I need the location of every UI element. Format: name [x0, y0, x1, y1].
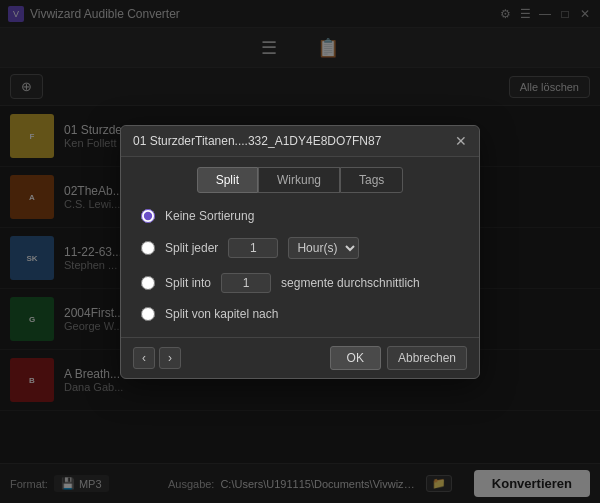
footer-actions: OK Abbrechen [330, 346, 467, 370]
split-each-input[interactable] [228, 238, 278, 258]
prev-button[interactable]: ‹ [133, 347, 155, 369]
split-modal: 01 SturzderTitanen....332_A1DY4E8DO7FN87… [120, 125, 480, 379]
tab-split[interactable]: Split [197, 167, 258, 193]
radio-row-split-each: Split jeder Hour(s) [141, 237, 459, 259]
modal-header: 01 SturzderTitanen....332_A1DY4E8DO7FN87… [121, 126, 479, 157]
radio-label-no-sort: Keine Sortierung [165, 209, 254, 223]
radio-row-no-sort: Keine Sortierung [141, 209, 459, 223]
modal-body: Keine Sortierung Split jeder Hour(s) Spl… [121, 193, 479, 337]
radio-split-chapter[interactable] [141, 307, 155, 321]
radio-row-split-chapter: Split von kapitel nach [141, 307, 459, 321]
modal-overlay: 01 SturzderTitanen....332_A1DY4E8DO7FN87… [0, 0, 600, 503]
radio-no-sort[interactable] [141, 209, 155, 223]
cancel-button[interactable]: Abbrechen [387, 346, 467, 370]
radio-split-into[interactable] [141, 276, 155, 290]
modal-tabs: Split Wirkung Tags [121, 157, 479, 193]
modal-footer: ‹ › OK Abbrechen [121, 337, 479, 378]
modal-title: 01 SturzderTitanen....332_A1DY4E8DO7FN87 [133, 134, 381, 148]
radio-split-each[interactable] [141, 241, 155, 255]
split-each-unit-select[interactable]: Hour(s) [288, 237, 359, 259]
radio-group: Keine Sortierung Split jeder Hour(s) Spl… [141, 209, 459, 321]
ok-button[interactable]: OK [330, 346, 381, 370]
tab-tags[interactable]: Tags [340, 167, 403, 193]
radio-label-split-each: Split jeder [165, 241, 218, 255]
nav-buttons: ‹ › [133, 347, 181, 369]
modal-close-button[interactable]: ✕ [455, 134, 467, 148]
split-into-input[interactable] [221, 273, 271, 293]
radio-label-split-chapter: Split von kapitel nach [165, 307, 278, 321]
tab-wirkung[interactable]: Wirkung [258, 167, 340, 193]
split-into-suffix: segmente durchschnittlich [281, 276, 420, 290]
radio-row-split-into: Split into segmente durchschnittlich [141, 273, 459, 293]
next-button[interactable]: › [159, 347, 181, 369]
radio-label-split-into: Split into [165, 276, 211, 290]
